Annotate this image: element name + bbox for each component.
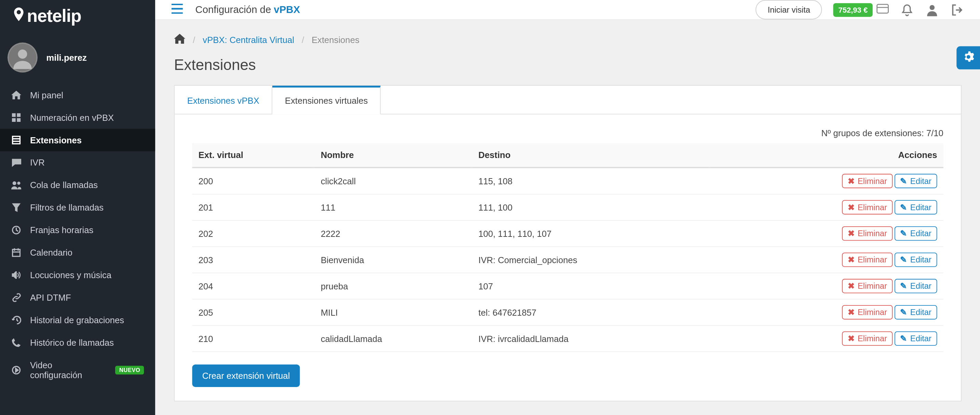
delete-button[interactable]: ✖ Eliminar: [842, 279, 892, 293]
close-icon: ✖: [848, 334, 854, 343]
close-icon: ✖: [848, 203, 854, 212]
bell-icon[interactable]: [900, 3, 914, 16]
cell-actions: ✖ Eliminar✎ Editar: [710, 168, 943, 194]
users-icon: [11, 180, 21, 190]
cell-actions: ✖ Eliminar✎ Editar: [710, 273, 943, 299]
cell-destino: IVR: ivrcalidadLlamada: [472, 326, 710, 352]
delete-button[interactable]: ✖ Eliminar: [842, 200, 892, 214]
panel: Extensiones vPBX Extensiones virtuales N…: [174, 85, 961, 401]
pin-icon: [13, 8, 25, 25]
sidebar-item-label: Histórico de llamadas: [30, 337, 114, 347]
th-destino: Destino: [472, 143, 710, 168]
cell-ext: 210: [192, 326, 314, 352]
pencil-icon: ✎: [900, 334, 907, 343]
table-row: 205MILItel: 647621857✖ Eliminar✎ Editar: [192, 299, 943, 326]
pencil-icon: ✎: [900, 255, 907, 264]
play-icon: [11, 365, 21, 375]
filter-icon: [11, 203, 21, 212]
cell-nombre: 2222: [314, 220, 472, 247]
close-icon: ✖: [848, 229, 854, 238]
cell-destino: IVR: Comercial_opciones: [472, 247, 710, 273]
sidebar-item-video-configuraci-n[interactable]: Video configuraciónNUEVO: [0, 354, 155, 386]
cell-destino: 107: [472, 273, 710, 299]
balance-chip[interactable]: 752,93 €: [834, 3, 889, 16]
sidebar-item-locuciones-y-m-sica[interactable]: Locuciones y música: [0, 264, 155, 286]
table-row: 2022222100, 111, 110, 107✖ Eliminar✎ Edi…: [192, 220, 943, 247]
sidebar-item-hist-rico-de-llamadas[interactable]: Histórico de llamadas: [0, 331, 155, 354]
delete-button[interactable]: ✖ Eliminar: [842, 174, 892, 188]
pencil-icon: ✎: [900, 203, 907, 212]
svg-rect-2: [12, 113, 16, 117]
sidebar-item-label: Extensiones: [30, 135, 82, 145]
main: Configuración de vPBX Iniciar visita 752…: [155, 0, 980, 415]
balance-badge: 752,93 €: [834, 3, 873, 16]
th-nombre: Nombre: [314, 143, 472, 168]
nuevo-badge: NUEVO: [116, 366, 144, 375]
user-area[interactable]: mili.perez: [0, 38, 155, 84]
sidebar-item-historial-de-grabaciones[interactable]: Historial de grabaciones: [0, 309, 155, 331]
edit-button[interactable]: ✎ Editar: [894, 174, 937, 188]
tab-extensiones-virtuales[interactable]: Extensiones virtuales: [272, 86, 381, 114]
iniciar-visita-button[interactable]: Iniciar visita: [756, 0, 822, 19]
sidebar-item-cola-de-llamadas[interactable]: Cola de llamadas: [0, 174, 155, 196]
svg-rect-6: [13, 136, 20, 144]
edit-button[interactable]: ✎ Editar: [894, 226, 937, 241]
sidebar-item-mi-panel[interactable]: Mi panel: [0, 84, 155, 106]
grid-icon: [11, 112, 21, 122]
sidebar-item-numeraci-n-en-vpbx[interactable]: Numeración en vPBX: [0, 106, 155, 129]
delete-button[interactable]: ✖ Eliminar: [842, 226, 892, 241]
tab-extensiones-vpbx[interactable]: Extensiones vPBX: [175, 86, 272, 114]
breadcrumb-current: Extensiones: [312, 35, 360, 45]
table-row: 200click2call115, 108✖ Eliminar✎ Editar: [192, 168, 943, 194]
edit-button[interactable]: ✎ Editar: [894, 253, 937, 267]
page-title: Extensiones: [174, 56, 961, 74]
home-icon: [11, 90, 21, 100]
edit-button[interactable]: ✎ Editar: [894, 200, 937, 214]
sidebar-item-label: Video configuración: [30, 360, 107, 380]
list-icon: [11, 135, 21, 145]
topbar-title: Configuración de vPBX: [196, 4, 300, 15]
cell-actions: ✖ Eliminar✎ Editar: [710, 220, 943, 247]
logout-icon[interactable]: [950, 3, 964, 16]
close-icon: ✖: [848, 281, 854, 290]
logo-area: netelip: [0, 0, 155, 38]
breadcrumb-link-vpbx[interactable]: vPBX: Centralita Virtual: [203, 35, 294, 45]
sidebar-item-label: Cola de llamadas: [30, 180, 98, 190]
home-icon[interactable]: [174, 34, 185, 46]
edit-button[interactable]: ✎ Editar: [894, 279, 937, 293]
edit-button[interactable]: ✎ Editar: [894, 305, 937, 320]
user-icon[interactable]: [925, 3, 939, 16]
delete-button[interactable]: ✖ Eliminar: [842, 331, 892, 346]
delete-button[interactable]: ✖ Eliminar: [842, 253, 892, 267]
cell-ext: 202: [192, 220, 314, 247]
sidebar-item-franjas-horarias[interactable]: Franjas horarias: [0, 219, 155, 241]
cell-nombre: MILI: [314, 299, 472, 326]
table-row: 210calidadLlamadaIVR: ivrcalidadLlamada✖…: [192, 326, 943, 352]
cell-actions: ✖ Eliminar✎ Editar: [710, 194, 943, 220]
hamburger-icon[interactable]: [172, 2, 183, 17]
sidebar-item-api-dtmf[interactable]: API DTMF: [0, 286, 155, 309]
svg-rect-3: [17, 113, 21, 117]
sidebar-item-label: Historial de grabaciones: [30, 315, 124, 325]
edit-button[interactable]: ✎ Editar: [894, 331, 937, 346]
cell-ext: 204: [192, 273, 314, 299]
sidebar-item-ivr[interactable]: IVR: [0, 151, 155, 174]
cell-nombre: prueba: [314, 273, 472, 299]
sound-icon: [11, 270, 21, 280]
brand-logo[interactable]: netelip: [13, 6, 143, 26]
groups-count: Nº grupos de extensiones: 7/10: [192, 128, 943, 138]
close-icon: ✖: [848, 255, 854, 264]
sidebar-item-extensiones[interactable]: Extensiones: [0, 129, 155, 151]
cell-destino: 115, 108: [472, 168, 710, 194]
sidebar-item-filtros-de-llamadas[interactable]: Filtros de llamadas: [0, 196, 155, 219]
tabs: Extensiones vPBX Extensiones virtuales: [175, 86, 961, 114]
cell-actions: ✖ Eliminar✎ Editar: [710, 299, 943, 326]
phone-icon: [11, 337, 21, 347]
cell-ext: 203: [192, 247, 314, 273]
settings-tab-icon[interactable]: [956, 46, 980, 70]
cell-nombre: click2call: [314, 168, 472, 194]
create-extension-button[interactable]: Crear extensión virtual: [192, 364, 300, 387]
delete-button[interactable]: ✖ Eliminar: [842, 305, 892, 320]
nav-list: Mi panelNumeración en vPBXExtensionesIVR…: [0, 84, 155, 386]
sidebar-item-calendario[interactable]: Calendario: [0, 241, 155, 264]
